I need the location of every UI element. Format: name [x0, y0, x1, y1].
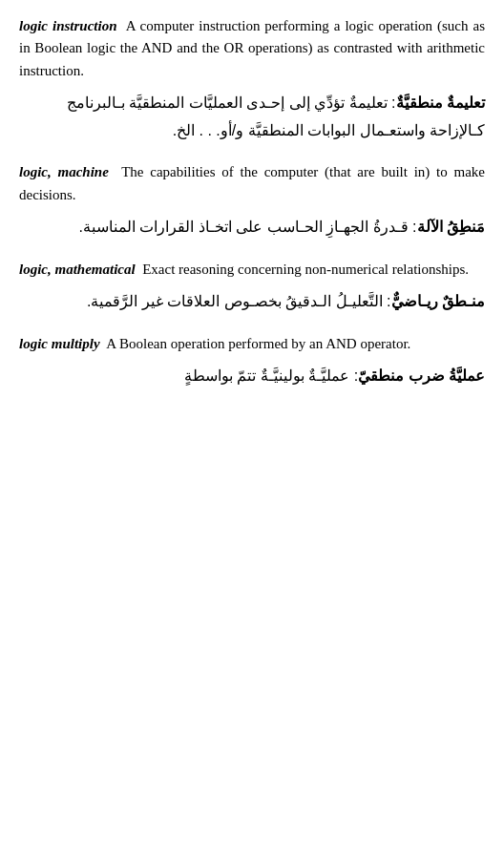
entry-logic-mathematical: logic, mathematical Exact reasoning conc… — [19, 259, 485, 316]
arabic-logic-multiply: عمليَّةُ ضرب منطقيّ: عمليَّـةٌ بولينيَّـ… — [19, 363, 485, 390]
arabic-logic-mathematical: منـطقٌ ريـاضيٌّ: التَّعليـلُ الـدقيقُ بخ… — [19, 288, 485, 316]
dictionary-page: logic instruction A computer instruction… — [19, 15, 485, 390]
entry-logic-instruction: logic instruction A computer instruction… — [19, 15, 485, 144]
definition-logic-multiply: A Boolean operation performed by an AND … — [103, 336, 410, 351]
entry-english-logic-mathematical: logic, mathematical Exact reasoning conc… — [19, 259, 485, 281]
entry-english-logic-instruction: logic instruction A computer instruction… — [19, 15, 485, 82]
arabic-logic-instruction: تعليمةٌ منطقيَّةٌ: تعليمةٌ تؤدِّي إلى إح… — [19, 90, 485, 145]
term-logic-machine: logic, machine — [19, 164, 109, 179]
term-logic-multiply: logic multiply — [19, 336, 100, 351]
entry-logic-machine: logic, machine The capabilities of the c… — [19, 161, 485, 241]
term-logic-instruction: logic instruction — [19, 18, 117, 33]
entry-english-logic-multiply: logic multiply A Boolean operation perfo… — [19, 333, 485, 355]
definition-logic-mathematical: Exact reasoning concerning non-numerical… — [138, 262, 469, 277]
entry-logic-multiply: logic multiply A Boolean operation perfo… — [19, 333, 485, 390]
entry-english-logic-machine: logic, machine The capabilities of the c… — [19, 161, 485, 206]
term-logic-mathematical: logic, mathematical — [19, 262, 136, 277]
arabic-logic-machine: مَنطِقُ الآلة: قـدرةُ الجهـازِ الحـاسب ع… — [19, 214, 485, 241]
